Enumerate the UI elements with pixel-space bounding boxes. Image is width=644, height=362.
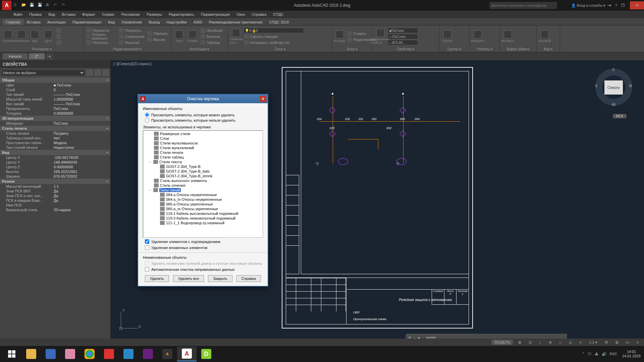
tab-home[interactable]: Главная [3,19,23,25]
tab-dwg[interactable]: 2* [29,53,44,59]
tab-view[interactable]: Вид [105,19,118,25]
menu-dim[interactable]: Размеры [144,12,165,17]
tab-anno[interactable]: Аннотации [44,19,69,25]
prop-row[interactable]: Цвет■ ПоСлою [0,83,110,87]
tab-spds[interactable]: СПДС 2018 [266,19,292,25]
tree-node[interactable]: 084-a Откосы неукрепленные [144,192,262,197]
viewcube-n[interactable]: С [612,68,615,72]
purge-button[interactable]: Удалить [145,275,169,282]
prop-row[interactable]: ПСК в каждом Вэкр...Да [0,198,110,203]
line-button[interactable]: Отрезок [2,28,14,45]
match-layer-button[interactable]: Копировать свойства сло [244,40,311,45]
redo-icon[interactable]: ↷ [62,3,67,8]
tree-node[interactable]: 084-a_m Откосы неукрепленные [144,197,262,202]
model-space-button[interactable]: МОДЕЛЬ [492,340,513,345]
tree-node[interactable]: Стили мультилиний [144,145,262,150]
radio-purgeable[interactable]: Просмотреть элементы, которые можно удал… [145,113,263,117]
app-logo[interactable]: A [2,1,11,10]
explorer-icon[interactable] [21,347,41,361]
close-button[interactable]: ✕ [630,1,644,9]
lweight-icon[interactable]: ≡ [578,340,584,344]
purge-tree[interactable]: Размерные стилиСлоиСтили мультивыносокСт… [143,130,263,238]
open-icon[interactable]: 📂 [21,3,27,8]
draw-more-1[interactable] [56,28,62,33]
insert-button[interactable]: Вставка [334,28,345,45]
ltype-combo[interactable]: — BYLAY... [388,40,418,45]
viewcube-face[interactable]: Сверху [604,80,623,95]
tray-volume-icon[interactable]: 🔊 [602,352,606,356]
prop-row[interactable]: Высота299.20222001 [0,169,110,174]
panel-label[interactable]: Вид ▾ [539,47,558,51]
maximize-vp-icon[interactable]: ▭ [624,340,631,345]
osnap-icon[interactable]: □ [557,340,564,344]
new-icon[interactable]: 🗋 [13,3,19,8]
draw-more-3[interactable] [56,40,62,45]
autocad-task-icon[interactable]: A [177,347,197,361]
panel-label[interactable]: Свойства ▾ [374,47,437,51]
paint-icon[interactable] [60,347,80,361]
tree-node[interactable]: GOST-2.304_Type-B_shrink [144,174,262,178]
purge-all-button[interactable]: Удалить все [173,275,204,282]
tab-manage[interactable]: Управление [118,19,145,25]
menu-draw[interactable]: Рисование [119,12,143,17]
menu-view[interactable]: Вид [46,12,58,17]
tree-node[interactable]: 085-a_m Откосы укрепленные [144,206,262,211]
menu-edit[interactable]: Правка [26,12,44,17]
start-button[interactable] [2,347,21,361]
viewport-label[interactable]: [−][Сверху][2D-каркас] [113,62,151,66]
workspace-icon[interactable]: ⊞ [613,340,621,345]
group-3dviz[interactable]: 3D-визуализация− [0,116,110,121]
panel-label[interactable]: Блок ▾ [334,47,370,51]
prop-row[interactable]: Масштаб типа линий1.00000000 [0,97,110,102]
tab-output[interactable]: Вывод [145,19,163,25]
tab-insert[interactable]: Вставка [23,19,44,25]
viewcube-s[interactable]: Ю [612,103,615,107]
polar-icon[interactable]: ⊕ [547,340,554,345]
undo-icon[interactable]: ↶ [54,3,59,8]
prop-row[interactable]: Центр Z0.00000000 [0,165,110,169]
viewcube-w[interactable]: З [595,84,597,88]
tray-shield-icon[interactable]: 🛡 [588,352,591,356]
tree-node[interactable]: Стиль сечения [144,183,262,188]
polyline-button[interactable]: Полилиния [15,28,28,45]
saveas-icon[interactable]: 💾 [38,3,43,8]
prop-row[interactable]: Таблица стилей печ...Нет [0,136,110,140]
tree-node[interactable]: GOST-2.304_Type-B_italic [144,169,262,174]
make-current-button[interactable]: Сделать текущим [244,34,311,39]
tree-node[interactable]: 121-1_1 Водопровод-тр.наземный [144,221,262,225]
radio-not-purgeable[interactable]: Просмотреть элементы, которые нельзя уда… [145,118,263,122]
chk-confirm[interactable]: Удаление элементов с подтверждением [145,239,263,244]
tab-featured[interactable]: Рекомендованные приложения [206,19,266,25]
prop-row[interactable]: Ширина676.65732832 [0,174,110,179]
tree-node[interactable]: 119-1 Кабель высоковольтный подземный [144,211,262,216]
move-button[interactable]: Перенести [86,28,117,33]
measure-button[interactable]: Измерить [472,28,484,45]
paste-button[interactable]: Вставить [502,28,514,45]
search-input[interactable] [490,2,557,9]
customize-icon[interactable]: ≡ [635,340,641,344]
prop-row[interactable]: Толщина0.00000000 [0,111,110,116]
tree-node[interactable]: 085-a Откосы укрепленные [144,202,262,206]
close-dialog-button[interactable]: Закрыть [208,275,232,282]
matchprop-button[interactable]: Копирование свойств [374,28,386,45]
group-misc[interactable]: Разное− [0,179,110,184]
tree-node[interactable]: −Стили текста [144,160,262,164]
tab-a360[interactable]: A360 [190,19,206,25]
panel-label[interactable]: Слои ▾ [230,47,330,51]
app-d-icon[interactable]: D [197,347,216,361]
wcs-label[interactable]: МСК [613,114,627,118]
help-button[interactable]: Справка [236,275,261,282]
linear-dim-button[interactable]: Линейный [200,28,223,33]
tab-addins[interactable]: Надстройки [163,19,190,25]
group-button[interactable]: Группа [441,28,453,45]
plot-icon[interactable]: 🖶 [46,3,51,8]
snap-icon[interactable]: ⊡ [527,340,534,345]
panel-label[interactable]: Редактирование ▾ [86,47,169,51]
menu-insert[interactable]: Вставка [59,12,78,17]
prop-row[interactable]: Знак ПСК в нач. коо...Да [0,193,110,198]
viewcube-e[interactable]: В [629,84,632,88]
mirror-button[interactable]: Отразить зеркально [86,34,117,39]
arc-button[interactable]: Дуга [42,28,54,45]
trim-button[interactable]: Обрезать [147,31,169,36]
prop-row[interactable]: Стиль печатиПоЦвету [0,131,110,136]
